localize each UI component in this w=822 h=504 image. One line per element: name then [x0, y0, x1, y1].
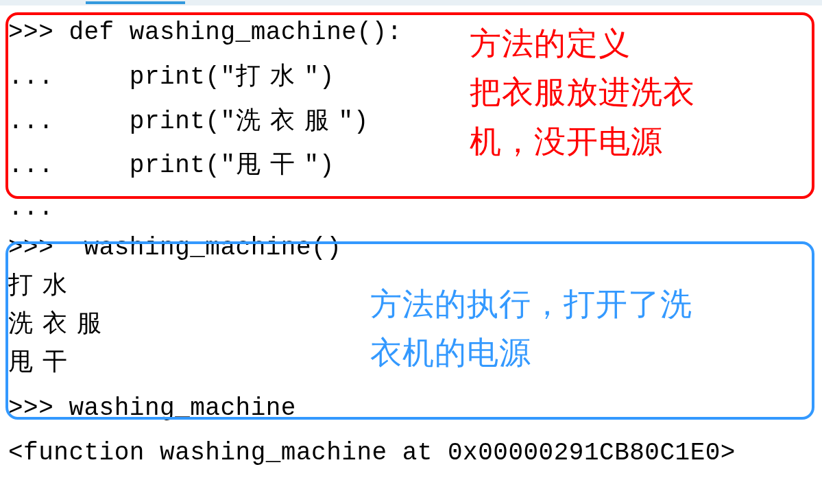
code-text: 甩干	[236, 152, 304, 180]
code-text: >>> washing_machine()	[8, 234, 341, 262]
code-line-call: >>> washing_machine()	[8, 228, 814, 268]
code-text: 打水	[236, 63, 304, 91]
output-text: 甩干	[8, 349, 77, 377]
code-line-ref: >>> washing_machine	[8, 387, 814, 431]
code-text: >>> washing_machine	[8, 394, 296, 422]
annotation-execution: 方法的执行，打开了洗 衣机的电源	[370, 280, 692, 378]
annotation-text: 衣机的电源	[370, 328, 692, 377]
code-line-repr: <function washing_machine at 0x00000291C…	[8, 431, 814, 476]
code-text: ...	[8, 194, 53, 222]
code-text: 洗衣服	[236, 108, 339, 136]
output-text: 洗衣服	[8, 311, 111, 339]
code-line-continue: ...	[8, 189, 814, 228]
annotation-text: 方法的执行，打开了洗	[370, 280, 692, 328]
annotation-text: 方法的定义	[470, 19, 695, 68]
output-text: 打水	[8, 272, 77, 300]
annotation-text: 机，没开电源	[470, 117, 695, 166]
tab-bar	[0, 0, 822, 5]
code-content: >>> def washing_machine(): ... print("打水…	[0, 5, 822, 477]
annotation-text: 把衣服放进洗衣	[470, 68, 695, 117]
annotation-definition: 方法的定义 把衣服放进洗衣 机，没开电源	[470, 19, 695, 166]
code-text: >>> def washing_machine():	[8, 19, 402, 47]
code-text: <function washing_machine at 0x00000291C…	[8, 439, 736, 467]
